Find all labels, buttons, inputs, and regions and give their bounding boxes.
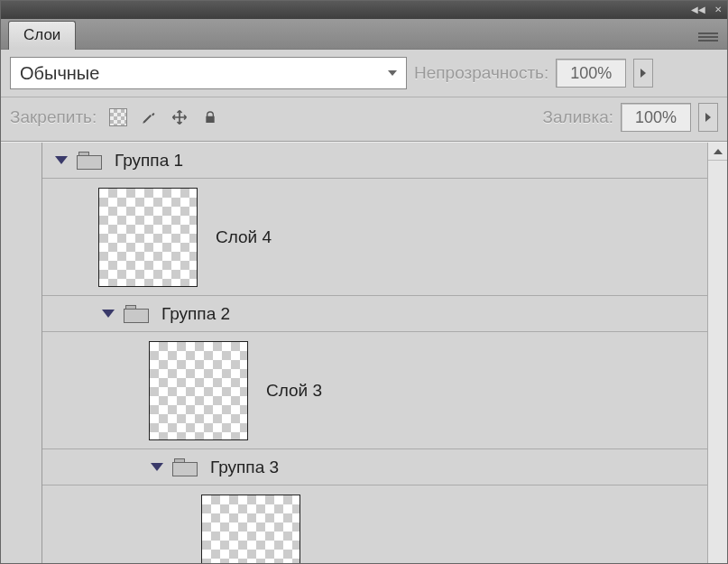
fill-label: Заливка: bbox=[543, 107, 613, 127]
opacity-label: Непрозрачность: bbox=[414, 63, 548, 83]
panel-menu-icon[interactable] bbox=[698, 29, 718, 45]
close-icon[interactable]: ✕ bbox=[714, 5, 722, 14]
titlebar: ◀◀ ✕ bbox=[1, 1, 727, 19]
lock-fill-row: Закрепить: Заливка: 100% bbox=[1, 97, 727, 142]
fill-value[interactable]: 100% bbox=[621, 103, 691, 132]
group-row[interactable]: Группа 1 bbox=[42, 143, 707, 179]
chevron-down-icon bbox=[388, 70, 397, 76]
layer-thumbnail[interactable] bbox=[149, 341, 248, 440]
lock-pixels-icon[interactable] bbox=[140, 108, 158, 126]
group-name[interactable]: Группа 2 bbox=[161, 304, 230, 324]
blend-mode-value: Обычные bbox=[20, 63, 99, 84]
folder-icon bbox=[172, 458, 198, 476]
tab-bar: Слои bbox=[1, 19, 727, 50]
layer-row[interactable]: Слой 4 bbox=[42, 179, 707, 296]
layer-thumbnail[interactable] bbox=[98, 188, 198, 287]
disclosure-triangle-icon[interactable] bbox=[55, 156, 68, 164]
layer-list[interactable]: Группа 1Слой 4Группа 2Слой 3Группа 3 bbox=[42, 143, 707, 563]
lock-transparency-icon[interactable] bbox=[109, 108, 127, 126]
lock-position-icon[interactable] bbox=[170, 108, 189, 126]
layer-name[interactable]: Слой 4 bbox=[216, 227, 272, 247]
tab-layers[interactable]: Слои bbox=[8, 21, 76, 50]
layer-row[interactable]: Слой 3 bbox=[42, 332, 707, 449]
opacity-value[interactable]: 100% bbox=[556, 59, 626, 88]
blend-opacity-row: Обычные Непрозрачность: 100% bbox=[1, 50, 727, 97]
layer-thumbnail[interactable] bbox=[201, 495, 300, 564]
group-name[interactable]: Группа 1 bbox=[115, 151, 183, 171]
visibility-column bbox=[1, 143, 42, 563]
folder-icon bbox=[77, 152, 102, 170]
layer-name[interactable]: Слой 3 bbox=[266, 381, 322, 401]
blend-mode-select[interactable]: Обычные bbox=[10, 57, 407, 89]
folder-icon bbox=[124, 305, 149, 323]
layer-row[interactable] bbox=[42, 485, 707, 563]
opacity-flyout-button[interactable] bbox=[633, 59, 653, 88]
lock-all-icon[interactable] bbox=[201, 108, 219, 126]
scroll-up-icon[interactable] bbox=[708, 143, 727, 161]
tab-label: Слои bbox=[23, 26, 60, 43]
scrollbar[interactable] bbox=[707, 143, 727, 563]
disclosure-triangle-icon[interactable] bbox=[151, 463, 163, 471]
fill-flyout-button[interactable] bbox=[698, 103, 718, 132]
group-row[interactable]: Группа 3 bbox=[42, 449, 707, 485]
group-row[interactable]: Группа 2 bbox=[42, 296, 707, 332]
group-name[interactable]: Группа 3 bbox=[210, 458, 279, 477]
layers-panel: ◀◀ ✕ Слои Обычные Непрозрачность: 100% З… bbox=[0, 0, 728, 564]
disclosure-triangle-icon[interactable] bbox=[102, 310, 115, 318]
lock-label: Закрепить: bbox=[10, 107, 97, 127]
layers-area: Группа 1Слой 4Группа 2Слой 3Группа 3 bbox=[1, 142, 727, 563]
collapse-icon[interactable]: ◀◀ bbox=[691, 5, 705, 14]
